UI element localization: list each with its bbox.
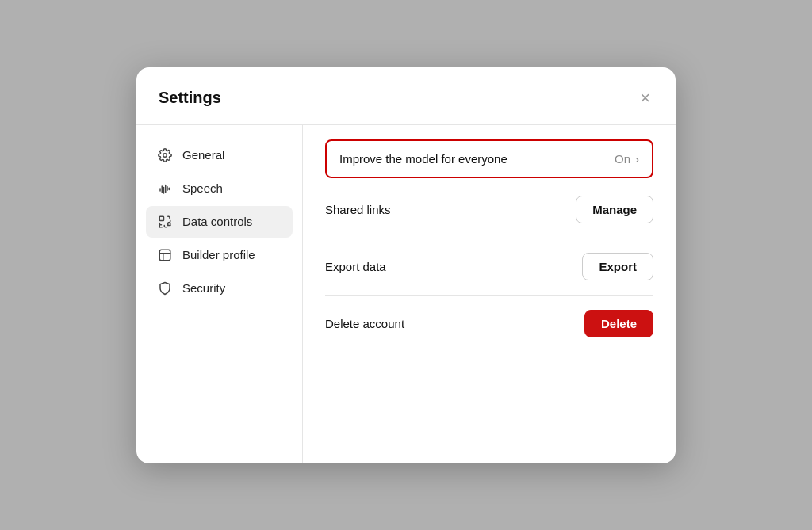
export-data-row: Export data Export (325, 238, 653, 296)
sidebar-item-label: Speech (182, 181, 223, 195)
delete-button[interactable]: Delete (584, 310, 653, 337)
sidebar-item-label: Builder profile (182, 248, 255, 261)
improve-model-row[interactable]: Improve the model for everyone On › (325, 139, 653, 178)
sidebar-item-label: General (182, 148, 224, 162)
settings-modal: Settings × General (136, 67, 676, 463)
sidebar-item-label: Security (182, 281, 225, 295)
sidebar-item-builder-profile[interactable]: Builder profile (146, 239, 293, 271)
export-data-right: Export (582, 253, 653, 280)
improve-model-right: On › (615, 152, 639, 166)
modal-header: Settings × (136, 67, 676, 125)
svg-point-0 (163, 153, 167, 157)
sidebar-item-speech[interactable]: Speech (146, 173, 293, 204)
svg-rect-14 (159, 250, 170, 261)
data-icon (157, 214, 173, 230)
export-button[interactable]: Export (582, 253, 653, 280)
export-data-label: Export data (325, 260, 386, 273)
svg-rect-7 (159, 216, 163, 220)
shared-links-right: Manage (576, 196, 653, 223)
sidebar-item-data-controls[interactable]: Data controls (146, 206, 293, 238)
delete-account-label: Delete account (325, 317, 404, 330)
chevron-right-icon: › (635, 152, 639, 166)
sidebar: General Speech (136, 125, 303, 463)
builder-icon (157, 247, 173, 263)
content-area: Improve the model for everyone On › Shar… (303, 125, 676, 463)
modal-title: Settings (159, 89, 221, 107)
speech-icon (157, 181, 173, 196)
sidebar-item-general[interactable]: General (146, 139, 293, 171)
security-icon (157, 280, 173, 296)
manage-button[interactable]: Manage (576, 196, 653, 223)
shared-links-row: Shared links Manage (325, 181, 653, 238)
improve-model-status: On (615, 152, 630, 166)
shared-links-label: Shared links (325, 203, 391, 216)
modal-body: General Speech (136, 125, 676, 463)
sidebar-item-security[interactable]: Security (146, 273, 293, 304)
delete-account-right: Delete (584, 310, 653, 337)
delete-account-row: Delete account Delete (325, 296, 653, 352)
improve-model-label: Improve the model for everyone (339, 152, 508, 166)
gear-icon (157, 147, 173, 163)
close-button[interactable]: × (637, 86, 653, 110)
sidebar-item-label: Data controls (182, 215, 252, 228)
